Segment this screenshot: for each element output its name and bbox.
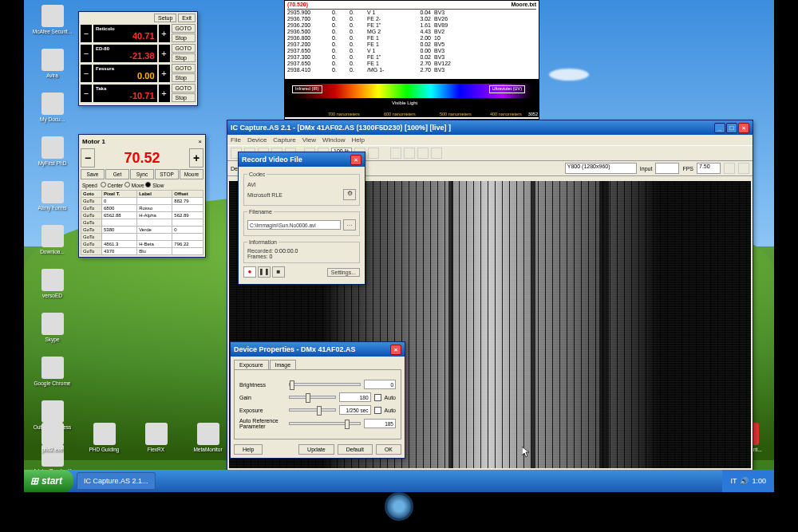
ok-button[interactable]: OK [376, 444, 401, 455]
goto-cell[interactable]: GoTo [81, 234, 102, 241]
stop-button[interactable]: Stop [172, 33, 196, 42]
speed-radio[interactable] [101, 182, 106, 187]
stop-button[interactable]: Stop [172, 93, 196, 102]
close-icon[interactable]: × [350, 155, 361, 165]
prop-value[interactable]: 180 [339, 392, 371, 402]
tool-icon[interactable] [390, 148, 401, 159]
filename-field[interactable]: C:\Immagini\Sun.No0006.avi [247, 220, 341, 230]
goto-cell[interactable]: GoTo [81, 205, 102, 212]
menu-capture[interactable]: Capture [273, 136, 295, 144]
taskbar[interactable]: ⊞ start IC Capture.AS 2.1... IT 🔊 1:00 [24, 470, 774, 492]
fps-select[interactable]: 7.50 [697, 163, 721, 174]
motor-btn-get[interactable]: Get [105, 169, 129, 179]
desktop-icon[interactable]: Skype [30, 313, 74, 342]
desktop-icon[interactable]: MetaMonitor [186, 423, 230, 452]
desktop-icon[interactable]: McAfee Securit... [30, 5, 74, 34]
close-icon[interactable]: × [390, 345, 401, 355]
goto-button[interactable]: GOTO [172, 24, 196, 33]
desktop-icon[interactable]: My Docu... [30, 93, 74, 122]
plus-button[interactable]: + [159, 85, 170, 102]
format-select[interactable]: Y800 (1280x960) [565, 163, 637, 174]
setup-button[interactable]: Setup [154, 14, 176, 22]
settings-button[interactable]: Settings... [327, 268, 360, 277]
record-button[interactable]: ● [243, 266, 256, 278]
prop-slider[interactable] [289, 396, 336, 399]
update-button[interactable]: Update [298, 444, 334, 455]
pause-button[interactable]: ❚❚ [258, 266, 271, 278]
menu-help[interactable]: Help [351, 136, 364, 144]
goto-cell[interactable]: GoTo [81, 248, 102, 255]
speed-radio[interactable] [145, 182, 151, 187]
desktop-icon[interactable]: Google Chrome [30, 357, 74, 386]
stop-button[interactable]: Stop [172, 73, 196, 82]
maximize-icon[interactable]: □ [726, 123, 737, 133]
tool-icon[interactable] [724, 163, 735, 174]
prop-slider[interactable] [289, 383, 361, 386]
codec-config-icon[interactable]: ⚙ [343, 189, 356, 200]
prop-value[interactable]: 0 [364, 380, 396, 389]
speed-radio[interactable] [124, 182, 130, 187]
minus-button[interactable]: − [81, 25, 92, 42]
stop-button[interactable]: ■ [272, 266, 285, 278]
tool-icon[interactable] [368, 148, 379, 159]
tab-image[interactable]: Image [270, 360, 296, 369]
stop-button[interactable]: Stop [172, 53, 196, 62]
menu-device[interactable]: Device [247, 136, 267, 144]
motor-btn-moore[interactable]: Moore [180, 169, 203, 179]
help-button[interactable]: Help [234, 444, 263, 455]
plus-button[interactable]: + [159, 45, 170, 62]
tool-icon[interactable] [417, 148, 429, 159]
prop-value[interactable]: 185 [364, 419, 396, 428]
motor-btn-save[interactable]: Save [81, 169, 105, 179]
goto-cell[interactable]: GoTo [81, 227, 102, 234]
prop-value[interactable]: 1/250 sec [339, 405, 371, 415]
plus-button[interactable]: + [159, 65, 170, 82]
goto-cell[interactable]: GoTo [81, 241, 102, 248]
taskbar-item-iccapture[interactable]: IC Capture.AS 2.1... [77, 472, 156, 490]
browse-icon[interactable]: … [343, 219, 356, 231]
goto-button[interactable]: GOTO [172, 44, 196, 53]
lang-indicator[interactable]: IT [730, 477, 737, 485]
minus-button[interactable]: − [81, 65, 92, 82]
ic-capture-titlebar[interactable]: IC Capture.AS 2.1 - [DMx 41AF02.AS (1300… [227, 120, 753, 135]
input-select[interactable] [655, 163, 679, 174]
desktop-icon[interactable]: Avira [30, 49, 74, 78]
desktop-icon[interactable]: phd2.exe [30, 423, 74, 452]
menu-window[interactable]: Window [322, 136, 345, 144]
tool-icon[interactable] [431, 148, 442, 159]
minus-button[interactable]: − [81, 85, 92, 102]
exit-button[interactable]: Exit [178, 14, 196, 22]
desktop-icon[interactable]: PHD Guiding [82, 423, 126, 452]
goto-cell[interactable]: GoTo [81, 212, 102, 219]
goto-cell[interactable]: GoTo [81, 219, 102, 227]
auto-checkbox[interactable] [374, 407, 381, 414]
goto-button[interactable]: GOTO [172, 84, 196, 93]
start-button[interactable]: ⊞ start [24, 470, 73, 492]
prop-slider[interactable] [289, 408, 336, 412]
goto-cell[interactable]: GoTo [81, 198, 102, 205]
tray-icon[interactable]: 🔊 [740, 477, 749, 485]
close-icon[interactable]: × [738, 123, 749, 133]
minus-button[interactable]: − [81, 45, 92, 62]
tab-exposure[interactable]: Exposure [234, 360, 269, 369]
close-icon[interactable]: × [198, 138, 202, 145]
desktop-icon[interactable]: Downloa... [30, 225, 74, 254]
goto-button[interactable]: GOTO [172, 64, 196, 73]
desktop-icon[interactable]: Allmy Forms [30, 181, 74, 211]
plus-button[interactable]: + [159, 25, 170, 42]
system-tray[interactable]: IT 🔊 1:00 [722, 470, 774, 492]
tool-icon[interactable] [404, 148, 415, 159]
menu-file[interactable]: File [231, 136, 241, 144]
menu-bar[interactable]: FileDeviceCaptureViewWindowHelp [227, 135, 753, 145]
minimize-icon[interactable]: _ [714, 123, 725, 133]
default-button[interactable]: Default [338, 444, 373, 455]
motor-btn-stop[interactable]: STOP [155, 169, 179, 179]
motor-minus[interactable]: − [81, 148, 95, 167]
tool-icon[interactable] [738, 163, 749, 174]
auto-checkbox[interactable] [374, 394, 381, 401]
clock[interactable]: 1:00 [752, 477, 766, 485]
prop-slider[interactable] [289, 422, 361, 425]
desktop-icon[interactable]: versoED [30, 269, 74, 298]
desktop-icon[interactable]: FlexRX [134, 423, 178, 452]
motor-btn-sync[interactable]: Sync [130, 169, 154, 179]
